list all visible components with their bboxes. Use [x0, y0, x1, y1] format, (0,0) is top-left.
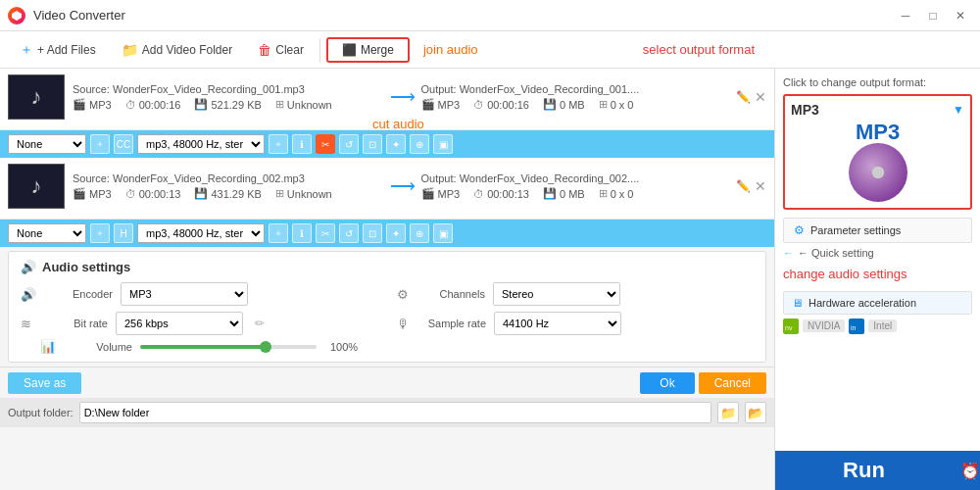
browse-folder-button[interactable]: 📁 — [717, 402, 739, 423]
file-row-2-header: ♪ Source: WonderFox_Video_Recording_002.… — [8, 164, 766, 209]
volume-slider[interactable] — [140, 345, 317, 349]
sub-btn-2[interactable]: ⊕ — [410, 223, 429, 243]
channels-row: ⚙ Channels Stereo — [397, 282, 754, 306]
audio-select-1[interactable]: mp3, 48000 Hz, ster — [137, 134, 265, 154]
quick-setting-icon: ← — [783, 247, 794, 259]
file-1-source: Source: WonderFox_Video_Recording_001.mp… — [73, 83, 384, 95]
undo-btn-2[interactable]: ↺ — [339, 223, 359, 243]
change-audio-annotation: change audio settings — [783, 267, 972, 283]
minimize-button[interactable]: ─ — [894, 6, 917, 25]
effect-select-1[interactable]: None — [8, 134, 86, 154]
encoder-select[interactable]: MP3 — [121, 282, 248, 306]
toolbar: ＋ + Add Files 📁 Add Video Folder 🗑 Clear… — [0, 31, 980, 69]
crop-btn-1[interactable]: ⊡ — [363, 134, 382, 154]
audio-settings-panel: 🔊 Audio settings 🔊 Encoder MP3 ⚙ Channel… — [8, 251, 766, 363]
merge-icon: ⬛ — [342, 43, 357, 57]
open-folder-button[interactable]: 📂 — [745, 402, 766, 423]
volume-thumb[interactable] — [260, 341, 271, 353]
add-ctrl-btn-2[interactable]: ＋ — [90, 223, 110, 243]
intel-logo: in — [849, 318, 864, 334]
file-1-duration: ⏱ 00:00:16 — [125, 98, 181, 111]
edit-icon-2[interactable]: ✏️ — [736, 179, 751, 193]
add-btn-1b[interactable]: ＋ — [269, 134, 288, 154]
app-icon — [8, 7, 25, 24]
settings-grid: 🔊 Encoder MP3 ⚙ Channels Stereo ≋ Bit ra… — [21, 282, 754, 335]
format-name: MP3 — [791, 102, 819, 118]
ok-button[interactable]: Ok — [640, 372, 694, 394]
output-format-annotation: select output format — [643, 42, 755, 58]
file-2-out-res: ⊞ 0 x 0 — [599, 187, 634, 200]
effect-select-2[interactable]: None — [8, 223, 86, 243]
sub-btn-1[interactable]: ⊕ — [410, 134, 429, 154]
bottom-action-bar: Save as Ok Cancel — [0, 367, 774, 398]
scissors-btn-2[interactable]: ✂ — [316, 223, 335, 243]
hdd-icon-2o: 💾 — [543, 187, 557, 200]
file-2-res: ⊞ Unknown — [275, 187, 332, 200]
add-btn-2b[interactable]: ＋ — [269, 223, 288, 243]
clock-icon-1: ⏱ — [125, 99, 136, 111]
crop-btn-2[interactable]: ⊡ — [363, 223, 382, 243]
parameter-settings-button[interactable]: ⚙ Parameter settings — [783, 218, 972, 243]
gpu-badges: nv NVIDIA in Intel — [783, 318, 972, 334]
add-folder-button[interactable]: 📁 Add Video Folder — [112, 38, 243, 62]
bitrate-select[interactable]: 256 kbps — [116, 312, 243, 335]
fx-btn-2[interactable]: ✦ — [386, 223, 406, 243]
h-btn-2[interactable]: H — [114, 223, 133, 243]
run-button[interactable]: Run — [775, 451, 953, 490]
fx-btn-1[interactable]: ✦ — [386, 134, 406, 154]
control-bar-2: None ＋ H mp3, 48000 Hz, ster ＋ ℹ ✂ ↺ ⊡ ✦… — [0, 220, 774, 247]
merge-button[interactable]: ⬛ Merge — [326, 37, 410, 63]
file-row-2: ♪ Source: WonderFox_Video_Recording_002.… — [0, 158, 774, 220]
arrow-1: ⟶ — [390, 86, 416, 108]
clear-button[interactable]: 🗑 Clear — [248, 38, 314, 62]
close-button[interactable]: ✕ — [949, 6, 972, 25]
file-2-output-meta: 🎬 MP3 ⏱ 00:00:13 💾 0 MB ⊞ — [421, 187, 733, 200]
undo-btn-1[interactable]: ↺ — [339, 134, 359, 154]
save-as-button[interactable]: Save as — [8, 372, 81, 394]
intel-badge: Intel — [868, 319, 897, 332]
nvidia-logo: nv — [783, 318, 799, 334]
add-ctrl-btn-1[interactable]: ＋ — [90, 134, 110, 154]
clock-icon-2: ⏱ — [125, 188, 136, 200]
trash-icon: 🗑 — [258, 42, 271, 58]
file-2-output-info: Output: WonderFox_Video_Recording_002...… — [421, 172, 733, 200]
samplerate-label: Sample rate — [417, 318, 486, 329]
edit-bitrate-icon[interactable]: ✏ — [255, 317, 265, 330]
edit-icon-1[interactable]: ✏️ — [736, 90, 751, 104]
close-icon-1[interactable]: ✕ — [755, 89, 766, 105]
encoder-row: 🔊 Encoder MP3 — [21, 282, 377, 306]
volume-pct: 100% — [330, 341, 358, 353]
bitrate-icon: ≋ — [21, 317, 31, 331]
maximize-button[interactable]: □ — [921, 6, 945, 25]
mp3-big-label: MP3 — [791, 122, 964, 143]
res-icon-1o: ⊞ — [599, 98, 608, 111]
cancel-button[interactable]: Cancel — [699, 372, 766, 394]
add-files-button[interactable]: ＋ + Add Files — [10, 37, 106, 63]
encoder-label: Encoder — [44, 288, 113, 300]
add-files-label: + Add Files — [37, 43, 96, 57]
folder-path-input[interactable] — [79, 402, 711, 423]
audio-select-2[interactable]: mp3, 48000 Hz, ster — [137, 223, 265, 243]
watermark-btn-2[interactable]: ▣ — [433, 223, 453, 243]
format-dropdown-icon[interactable]: ▼ — [953, 103, 964, 117]
close-icon-2[interactable]: ✕ — [755, 178, 766, 194]
cut-audio-annotation: cut audio — [372, 117, 424, 131]
scissors-btn-1[interactable]: ✂ — [316, 134, 335, 154]
samplerate-select[interactable]: 44100 Hz — [494, 312, 621, 335]
watermark-btn-1[interactable]: ▣ — [433, 134, 453, 154]
file-row-1-header: ♪ Source: WonderFox_Video_Recording_001.… — [8, 74, 766, 120]
info-btn-1[interactable]: ℹ — [292, 134, 312, 154]
file-1-out-duration: ⏱ 00:00:16 — [473, 98, 529, 111]
channels-select[interactable]: Stereo — [493, 282, 620, 306]
info-btn-2[interactable]: ℹ — [292, 223, 312, 243]
volume-row: 📊 Volume 100% — [21, 339, 754, 354]
alarm-icon[interactable]: ⏰ — [960, 462, 980, 480]
cc-btn-1[interactable]: CC — [114, 134, 133, 154]
file-1-out-format: 🎬 MP3 — [421, 98, 461, 111]
speaker-icon: 🔊 — [21, 260, 36, 274]
right-panel-title: Click to change output format: — [783, 76, 972, 88]
hardware-acceleration-button[interactable]: 🖥 Hardware acceleration — [783, 291, 972, 315]
svg-text:nv: nv — [785, 324, 793, 331]
hdd-icon-1: 💾 — [194, 98, 208, 111]
file-1-thumb: ♪ — [8, 74, 65, 120]
